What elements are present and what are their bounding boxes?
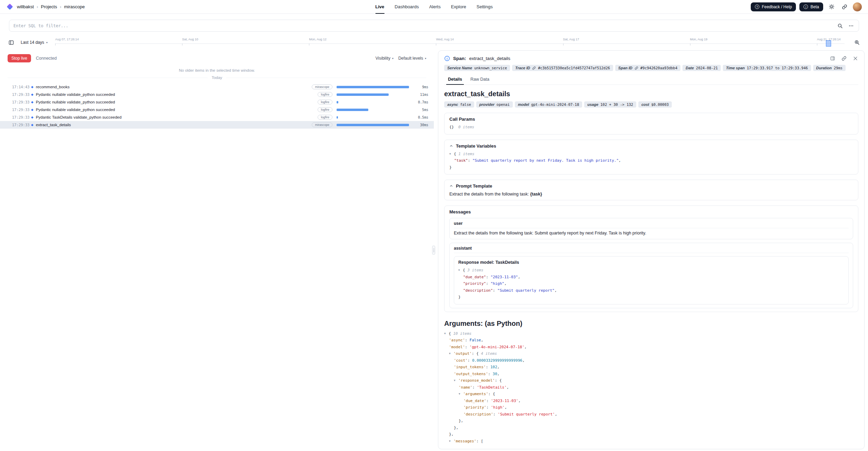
expand-caret-icon[interactable]: ▾	[449, 350, 453, 357]
badge-value: 29ms	[834, 66, 842, 70]
row-duration-bar	[337, 116, 409, 119]
avatar[interactable]	[853, 2, 862, 11]
timeline-strip[interactable]: Aug 07, 17:26:14Sat, Aug 10Mon, Aug 12We…	[55, 35, 845, 50]
sidebar-toggle-button[interactable]	[6, 38, 16, 47]
timeline-zoom-button[interactable]	[852, 38, 862, 47]
attr-usage-badge: usage102 + 30 -> 132	[584, 101, 636, 108]
trace-row[interactable]: 17:29:33◆Pydantic nullable validate_pyth…	[0, 91, 434, 98]
feedback-help-button[interactable]: ? Feedback / Help	[751, 2, 796, 11]
expand-caret-icon[interactable]: ▾	[458, 267, 463, 274]
empty-notice: No older items in the selected time wind…	[0, 68, 434, 72]
timeline-selection[interactable]	[826, 40, 831, 47]
row-duration: 30ms	[409, 123, 434, 127]
nav-tab-explore[interactable]: Explore	[451, 0, 466, 14]
message-role: assistant	[454, 246, 849, 253]
meta-span-id-badge[interactable]: Span ID#9c942620aa93dbb4	[615, 65, 680, 71]
meta-date-badge: Date2024-08-21	[682, 65, 721, 71]
timeline-tick-label: Aug 07, 17:26:14	[55, 38, 79, 41]
trace-row[interactable]: 17:29:33◆Pydantic nullable validate_pyth…	[0, 98, 434, 106]
breadcrumb-separator: ›	[60, 4, 61, 9]
copy-link-button[interactable]	[841, 55, 847, 61]
top-nav: willbakst › Projects › mirascope Live Da…	[0, 0, 868, 14]
attr-pills: asyncfalseprovideropenaimodelgpt-4o-mini…	[444, 101, 858, 108]
search-button[interactable]	[837, 22, 844, 29]
prompt-template-title: Prompt Template	[456, 183, 492, 189]
trace-row[interactable]: 17:29:33◆Pydantic TaskDetails validate_p…	[0, 113, 434, 121]
collapse-chevron-icon[interactable]	[449, 144, 453, 148]
attr-cost-badge: cost$0.00003	[638, 101, 672, 108]
badge-label: model	[518, 102, 529, 107]
row-tag: logfire	[318, 107, 332, 112]
timeline-tick	[690, 43, 690, 46]
logfire-logo-icon[interactable]	[7, 3, 13, 10]
row-duration: 11ms	[409, 93, 434, 97]
close-panel-button[interactable]	[852, 55, 858, 61]
span-detail-panel: Span: extract_task_details Service Nameu…	[438, 50, 865, 449]
trace-rows: 17:14:43◆recommend_booksmirascope9ms17:2…	[0, 83, 434, 129]
row-name: Pydantic TaskDetails validate_python suc…	[36, 115, 121, 119]
nav-tab-live[interactable]: Live	[375, 0, 384, 14]
live-trace-panel: Stop live Connected Visibility ▾ Default…	[0, 50, 434, 451]
levels-dropdown[interactable]: Default levels ▾	[398, 56, 426, 61]
collapse-chevron-icon[interactable]	[449, 184, 453, 188]
today-divider: Today	[8, 76, 426, 80]
nav-tab-dashboards[interactable]: Dashboards	[395, 0, 419, 14]
breadcrumb-projects[interactable]: Projects	[41, 4, 57, 9]
stop-live-button[interactable]: Stop live	[8, 54, 31, 62]
code-line: }	[449, 164, 853, 171]
meta-trace-id-badge[interactable]: Trace ID#c3b5157330ea5c1fd4572747af512d2…	[512, 65, 613, 71]
expand-caret-icon[interactable]: ▾	[459, 391, 463, 398]
share-link-button[interactable]	[840, 2, 849, 12]
timeline-tick	[817, 43, 817, 46]
theme-toggle-button[interactable]	[827, 2, 836, 12]
arguments-tree: ▾{ 10 items'async': False,'model': 'gpt-…	[444, 330, 858, 445]
timeline-tick	[436, 43, 436, 46]
sun-icon	[829, 4, 835, 10]
template-variables-tree: ▾{ 1 items"task": "Submit quarterly repo…	[449, 151, 853, 171]
assistant-message: assistant Response model: TaskDetails ▾{…	[449, 243, 853, 308]
caret-down-icon: ▾	[46, 41, 48, 44]
code-line: 'due_date': '2023-11-03',	[444, 398, 858, 404]
open-panel-button[interactable]	[829, 55, 836, 61]
badge-value: 102 + 30 -> 132	[600, 102, 633, 107]
code-line: ▾{ 1 items	[449, 151, 853, 158]
code-line: 'name': 'TaskDetails',	[444, 384, 858, 391]
panel-splitter-handle[interactable]	[432, 245, 435, 255]
tab-details[interactable]: Details	[444, 75, 466, 84]
expand-caret-icon[interactable]: ▾	[449, 151, 454, 158]
tab-raw-data[interactable]: Raw Data	[467, 75, 493, 84]
trace-row[interactable]: 17:14:43◆recommend_booksmirascope9ms	[0, 83, 434, 91]
breadcrumb-org[interactable]: willbakst	[17, 4, 34, 9]
span-name: extract_task_details	[469, 56, 510, 61]
row-duration: 5ms	[409, 108, 434, 112]
trace-row[interactable]: 17:29:33◆extract_task_detailsmirascope30…	[0, 121, 434, 129]
nav-tab-settings[interactable]: Settings	[477, 0, 493, 14]
messages-title: Messages	[449, 209, 853, 214]
badge-label: Date	[686, 66, 694, 70]
beta-button[interactable]: i Beta	[799, 2, 823, 11]
row-time: 17:29:33	[0, 100, 31, 104]
timeline-tick	[55, 43, 56, 46]
expand-caret-icon[interactable]: ▾	[449, 438, 453, 445]
expand-caret-icon[interactable]: ▾	[454, 377, 458, 384]
timeline-tick-label: Sat, Aug 17	[563, 38, 579, 41]
badge-label: Service Name	[447, 66, 472, 70]
timeline-tick-label: Mon, Aug 19	[690, 38, 708, 41]
time-range-dropdown[interactable]: Last 14 days ▾	[21, 40, 48, 45]
expand-caret-icon[interactable]: ▾	[444, 330, 449, 337]
trace-row[interactable]: 17:29:33◆Pydantic nullable validate_pyth…	[0, 106, 434, 113]
call-params-title: Call Params	[449, 117, 853, 122]
row-name: recommend_books	[36, 85, 70, 89]
sql-filter-input[interactable]	[13, 23, 832, 28]
code-line: 'input_tokens': 102,	[444, 364, 858, 371]
badge-label: async	[447, 102, 458, 107]
detail-tabs: Details Raw Data	[444, 75, 858, 85]
breadcrumb-project[interactable]: mirascope	[64, 4, 85, 9]
nav-tab-alerts[interactable]: Alerts	[429, 0, 440, 14]
row-time: 17:29:33	[0, 123, 31, 127]
filter-menu-button[interactable]	[848, 22, 855, 29]
sql-filter-bar	[9, 20, 859, 32]
visibility-dropdown[interactable]: Visibility ▾	[376, 56, 393, 61]
link-icon	[635, 66, 638, 70]
code-line: "due_date": "2023-11-03",	[458, 274, 844, 281]
